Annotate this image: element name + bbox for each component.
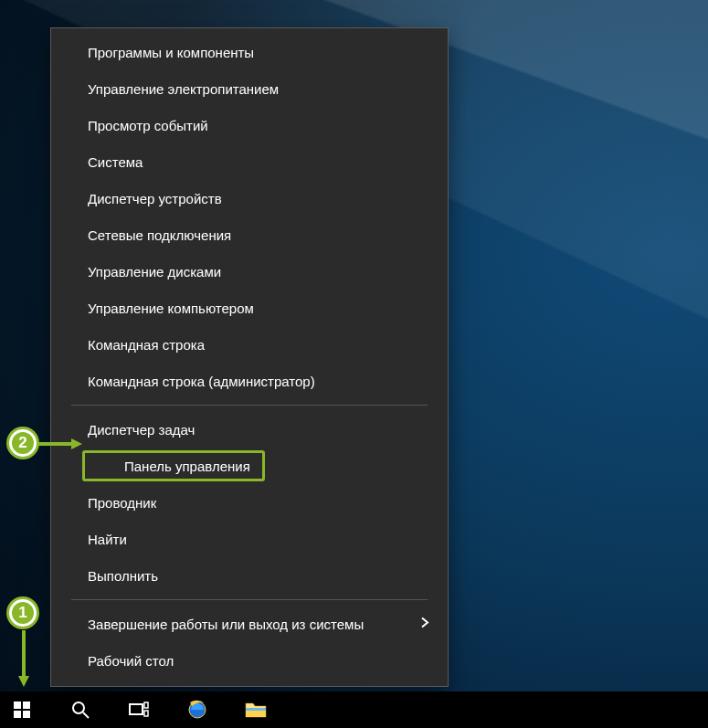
- menu-item-device-manager[interactable]: Диспетчер устройств: [51, 180, 448, 216]
- annotation-callout-1: 1: [9, 599, 37, 627]
- menu-item-label: Завершение работы или выход из системы: [88, 617, 364, 632]
- menu-item-label: Просмотр событий: [88, 118, 208, 133]
- winx-context-menu: Программы и компоненты Управление электр…: [50, 27, 449, 687]
- menu-item-label: Проводник: [88, 495, 156, 511]
- menu-item-search[interactable]: Найти: [51, 521, 448, 557]
- menu-item-command-prompt-admin[interactable]: Командная строка (администратор): [51, 363, 448, 399]
- menu-item-computer-management[interactable]: Управление компьютером: [51, 290, 448, 326]
- menu-item-label: Сетевые подключения: [88, 227, 231, 243]
- menu-item-system[interactable]: Система: [51, 143, 448, 180]
- menu-item-label: Рабочий стол: [88, 653, 174, 669]
- annotation-callout-2: 2: [9, 429, 37, 457]
- menu-item-run[interactable]: Выполнить: [51, 557, 448, 594]
- svg-rect-11: [144, 702, 148, 708]
- svg-line-9: [83, 712, 89, 718]
- taskbar-ie-button[interactable]: [179, 691, 216, 728]
- svg-rect-10: [130, 704, 143, 714]
- menu-item-label: Найти: [88, 532, 127, 547]
- svg-rect-6: [14, 711, 21, 718]
- menu-separator: [71, 405, 428, 406]
- menu-item-label: Выполнить: [88, 568, 158, 584]
- menu-item-label: Программы и компоненты: [88, 45, 254, 60]
- menu-item-event-viewer[interactable]: Просмотр событий: [51, 107, 448, 143]
- svg-point-8: [73, 702, 84, 713]
- svg-rect-5: [23, 702, 30, 709]
- internet-explorer-icon: [186, 699, 208, 721]
- menu-item-label: Диспетчер устройств: [88, 191, 222, 206]
- menu-item-label: Система: [88, 154, 143, 170]
- svg-rect-16: [246, 708, 266, 711]
- menu-item-file-explorer[interactable]: Проводник: [51, 484, 448, 521]
- svg-rect-12: [144, 711, 148, 716]
- menu-separator: [71, 599, 428, 600]
- menu-item-shutdown-signout[interactable]: Завершение работы или выход из системы: [51, 606, 448, 642]
- menu-item-label: Командная строка: [88, 337, 205, 353]
- svg-marker-1: [71, 438, 82, 449]
- menu-item-label: Панель управления: [122, 459, 250, 474]
- start-button[interactable]: [4, 691, 40, 728]
- taskbar-search-button[interactable]: [62, 691, 99, 728]
- taskbar-file-explorer-button[interactable]: [238, 691, 274, 728]
- taskbar-taskview-button[interactable]: [121, 691, 157, 728]
- svg-rect-7: [23, 711, 30, 718]
- svg-rect-4: [14, 702, 21, 709]
- menu-item-label: Управление компьютером: [88, 301, 254, 316]
- menu-item-desktop[interactable]: Рабочий стол: [51, 642, 448, 679]
- menu-item-label: Командная строка (администратор): [88, 374, 315, 389]
- windows-logo-icon: [14, 702, 30, 718]
- menu-item-network-connections[interactable]: Сетевые подключения: [51, 216, 448, 253]
- annotation-arrow-1: [16, 630, 31, 691]
- taskview-icon: [129, 702, 149, 718]
- menu-item-label: Управление дисками: [88, 264, 221, 280]
- svg-marker-3: [18, 676, 29, 687]
- menu-item-programs-and-features[interactable]: Программы и компоненты: [51, 34, 448, 70]
- chevron-right-icon: [420, 617, 429, 632]
- annotation-callout-label: 1: [18, 604, 26, 622]
- menu-item-power-options[interactable]: Управление электропитанием: [51, 70, 448, 107]
- annotation-arrow-2: [37, 437, 82, 455]
- taskbar: [0, 691, 708, 728]
- menu-item-label: Диспетчер задач: [88, 422, 195, 438]
- menu-item-disk-management[interactable]: Управление дисками: [51, 253, 448, 290]
- folder-icon: [245, 701, 267, 719]
- menu-item-command-prompt[interactable]: Командная строка: [51, 326, 448, 363]
- search-icon: [71, 701, 90, 719]
- menu-item-task-manager[interactable]: Диспетчер задач: [51, 411, 448, 448]
- menu-item-label: Управление электропитанием: [88, 81, 279, 97]
- annotation-callout-label: 2: [18, 434, 26, 452]
- menu-item-control-panel[interactable]: Панель управления: [82, 450, 265, 481]
